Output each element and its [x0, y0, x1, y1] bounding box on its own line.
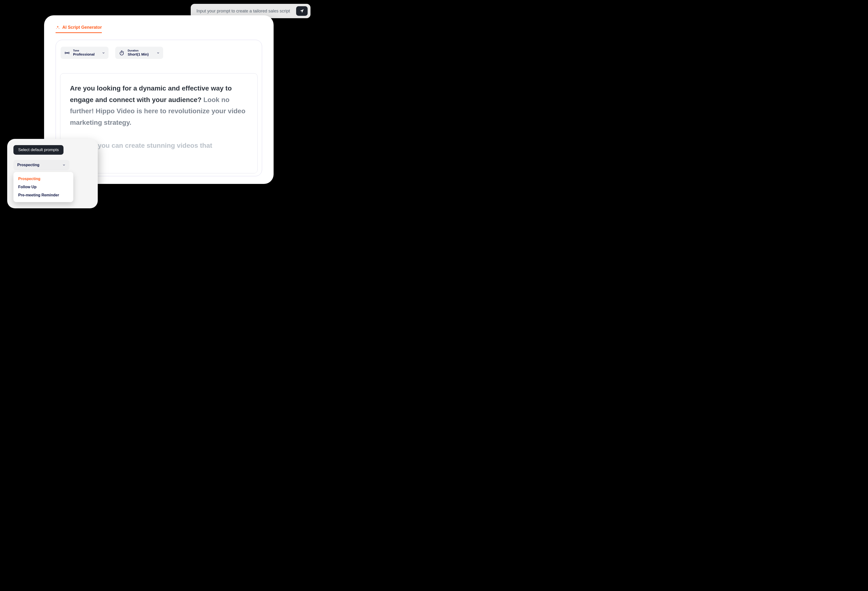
duration-selector[interactable]: Duration Short(1 Min)	[115, 47, 163, 59]
svg-point-0	[66, 52, 68, 53]
defaults-panel: Select default prompts Prospecting Prosp…	[7, 139, 98, 208]
defaults-select[interactable]: Prospecting	[13, 160, 69, 170]
tab-row: AI Script Generator	[56, 25, 262, 33]
tab-ai-script-generator[interactable]: AI Script Generator	[56, 25, 102, 33]
script-paragraph-1: Are you looking for a dynamic and effect…	[70, 83, 248, 128]
stopwatch-icon	[119, 50, 124, 56]
defaults-selected-value: Prospecting	[17, 163, 39, 167]
defaults-title-chip: Select default prompts	[13, 145, 63, 155]
tone-text: Tone Professional	[73, 49, 94, 56]
selectors-row: Tone Professional Duration Short(1 Min)	[61, 47, 258, 59]
prompt-input[interactable]	[196, 9, 293, 14]
chevron-down-icon	[102, 51, 105, 55]
send-button[interactable]	[296, 6, 308, 16]
sparkle-icon	[56, 25, 60, 30]
defaults-dropdown-list: Prospecting Follow Up Pre-meeting Remind…	[13, 172, 73, 202]
duration-label: Duration	[128, 49, 149, 52]
chevron-down-icon	[62, 163, 66, 167]
svg-point-1	[120, 52, 124, 55]
defaults-option-follow-up[interactable]: Follow Up	[13, 183, 73, 191]
tone-value: Professional	[73, 52, 94, 56]
chevron-down-icon	[156, 51, 160, 55]
tone-selector[interactable]: Tone Professional	[61, 47, 109, 59]
duration-text: Duration Short(1 Min)	[128, 49, 149, 56]
broadcast-icon	[65, 50, 70, 56]
tone-label: Tone	[73, 49, 94, 52]
defaults-option-pre-meeting-reminder[interactable]: Pre-meeting Reminder	[13, 191, 73, 199]
send-icon	[300, 9, 304, 13]
tab-label: AI Script Generator	[62, 25, 102, 30]
duration-value: Short(1 Min)	[128, 52, 149, 56]
defaults-option-prospecting[interactable]: Prospecting	[13, 175, 73, 183]
